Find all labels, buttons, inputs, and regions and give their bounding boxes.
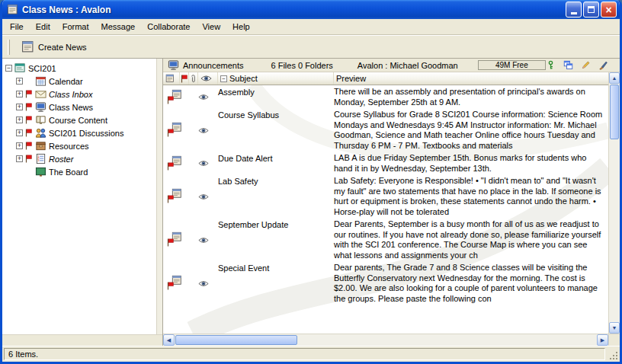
column-header-flag[interactable]: [180, 72, 189, 85]
list-header: −Subject Preview: [163, 72, 608, 85]
resize-grip[interactable]: [607, 348, 618, 360]
tree-item-label: Course Content: [49, 116, 107, 125]
create-news-button[interactable]: Create News: [14, 37, 94, 56]
news-item-icon: [167, 155, 185, 172]
message-list-pane: Announcements 6 Files 0 Folders Avalon :…: [162, 59, 620, 346]
menu-item-edit[interactable]: Edit: [30, 20, 56, 34]
menu-item-view[interactable]: View: [196, 20, 226, 34]
item-icon-cell: [163, 176, 198, 217]
tree-item-label: Class Inbox: [49, 90, 92, 99]
flag-slot: [25, 90, 33, 98]
preview-cell: There will be an assembly and presentati…: [334, 87, 608, 107]
column-header-viewed[interactable]: [198, 72, 218, 85]
flag-slot: [25, 155, 33, 163]
tree-item-label: Calendar: [49, 77, 83, 86]
item-icon-cell: [163, 263, 198, 304]
list-vertical-scrollbar[interactable]: ▲ ▼: [608, 72, 620, 334]
tree-item-sci201-discussions[interactable]: +SCI201 Discussions: [2, 126, 156, 139]
collapse-all-icon[interactable]: −: [220, 75, 227, 82]
horizontal-scroll-thumb[interactable]: [175, 335, 297, 345]
menu-item-collaborate[interactable]: Collaborate: [141, 20, 196, 34]
menubar: FileEditFormatMessageCollaborateViewHelp: [2, 19, 620, 35]
close-button[interactable]: ×: [601, 2, 617, 18]
cascade-icon[interactable]: [563, 60, 573, 70]
collapse-toggle-icon[interactable]: −: [5, 65, 12, 72]
conference-icon: [14, 62, 26, 74]
flag-icon: [167, 238, 174, 248]
viewed-eye-icon: [198, 110, 218, 151]
flag-icon: [25, 90, 32, 98]
news-row-assembly[interactable]: AssemblyThere will be an assembly and pr…: [163, 85, 608, 108]
tree-item-the-board[interactable]: The Board: [2, 165, 156, 178]
scroll-right-button[interactable]: ▶: [597, 334, 608, 346]
tree-vertical-scrollbar[interactable]: [156, 59, 162, 334]
news-row-lab-safety[interactable]: Lab SafetyLab Safety: Everyone is Respon…: [163, 174, 608, 218]
vertical-scroll-thumb[interactable]: [610, 85, 619, 139]
horizontal-scroll-track[interactable]: [298, 334, 597, 346]
news-row-due-date-alert[interactable]: Due Date AlertLAB A is due Friday Septem…: [163, 152, 608, 174]
expand-toggle-icon[interactable]: +: [16, 117, 23, 123]
item-icon-cell: [163, 153, 198, 174]
column-header-attachment[interactable]: [189, 72, 198, 85]
tree-item-resources[interactable]: +Resources: [2, 139, 156, 152]
maximize-icon: [588, 6, 595, 13]
minimize-button[interactable]: [566, 2, 582, 18]
toolbar-grip: [8, 40, 10, 55]
pencil-icon[interactable]: [581, 60, 591, 70]
preview-cell: Course Syllabus for Grade 8 SCI201 Cours…: [334, 110, 608, 151]
viewed-eye-icon: [198, 263, 218, 304]
scroll-down-button[interactable]: ▼: [609, 322, 620, 334]
preview-cell: Dear parents, The Grade 7 and 8 Science …: [334, 263, 608, 304]
news-row-course-syllabus[interactable]: Course SyllabusCourse Syllabus for Grade…: [163, 108, 608, 152]
tree-item-sci201[interactable]: −SCI201: [2, 62, 156, 75]
tree-horizontal-scrollbar[interactable]: [2, 334, 162, 346]
flag-icon: [25, 155, 32, 163]
vertical-scroll-track[interactable]: [609, 140, 620, 322]
subject-cell: Special Event: [218, 263, 334, 304]
flag-icon: [25, 129, 32, 137]
news-item-icon: [167, 275, 185, 292]
maximize-button[interactable]: [583, 2, 599, 18]
menu-item-message[interactable]: Message: [95, 20, 142, 34]
list-horizontal-scrollbar[interactable]: ◀ ▶: [163, 334, 608, 346]
folder-tree-pane: −SCI201+Calendar+Class Inbox+Class News+…: [2, 59, 162, 346]
column-header-item-icon[interactable]: [163, 72, 180, 85]
news-item-icon: [167, 89, 185, 106]
tree-item-class-inbox[interactable]: +Class Inbox: [2, 88, 156, 101]
tree-item-calendar[interactable]: +Calendar: [2, 75, 156, 88]
tree-item-class-news[interactable]: +Class News: [2, 101, 156, 113]
menu-item-file[interactable]: File: [4, 20, 30, 34]
news-row-september-update[interactable]: September UpdateDear Parents, September …: [163, 218, 608, 261]
column-header-preview[interactable]: Preview: [334, 72, 608, 85]
expand-toggle-icon[interactable]: +: [16, 155, 23, 162]
scroll-up-button[interactable]: ▲: [609, 72, 620, 84]
board-icon: [35, 166, 46, 177]
menu-item-format[interactable]: Format: [56, 20, 95, 34]
expand-toggle-icon[interactable]: +: [16, 91, 23, 97]
tree-item-roster[interactable]: +123Roster: [2, 152, 156, 165]
tree-item-label: The Board: [49, 168, 88, 177]
viewed-eye-icon: [198, 153, 218, 174]
key-icon[interactable]: [546, 60, 556, 70]
viewed-eye-icon: [198, 176, 218, 217]
scrollbar-corner: [608, 334, 620, 346]
news-item-icon: [167, 188, 185, 205]
news-row-special-event[interactable]: Special EventDear parents, The Grade 7 a…: [163, 261, 608, 305]
subject-cell: September Update: [218, 219, 334, 260]
column-header-subject[interactable]: −Subject: [218, 72, 334, 85]
expand-toggle-icon[interactable]: +: [16, 104, 23, 110]
statusbar: 6 Items.: [2, 346, 620, 362]
subject-cell: Assembly: [218, 87, 334, 107]
app-window: Class News : Avalon × FileEditFormatMess…: [0, 0, 622, 364]
expand-toggle-icon[interactable]: +: [16, 129, 23, 136]
subject-header-label: Subject: [229, 74, 258, 83]
scroll-left-button[interactable]: ◀: [163, 334, 175, 346]
menu-item-help[interactable]: Help: [226, 20, 256, 34]
flag-slot: [25, 116, 33, 124]
expand-toggle-icon[interactable]: +: [16, 142, 23, 149]
expand-toggle-icon[interactable]: +: [16, 78, 23, 85]
brush-icon[interactable]: [598, 60, 608, 70]
tree-item-course-content[interactable]: +Course Content: [2, 113, 156, 126]
subject-cell: Course Syllabus: [218, 110, 334, 151]
inbox-icon: [35, 88, 46, 100]
